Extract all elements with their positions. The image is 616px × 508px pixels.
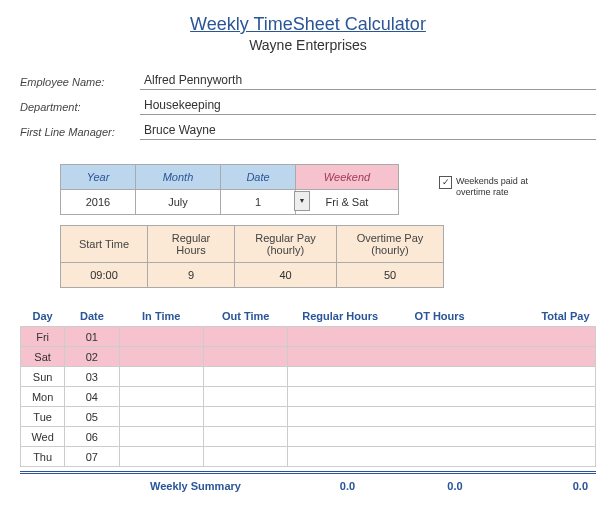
outtime-cell[interactable] <box>203 367 287 387</box>
othours-cell <box>392 407 486 427</box>
weekend-cell[interactable]: Fri & Sat <box>296 190 399 215</box>
rates-table: Start Time Regular Hours Regular Pay (ho… <box>60 225 444 288</box>
regular-hours-cell[interactable]: 9 <box>148 263 235 288</box>
week-table: Day Date In Time Out Time Regular Hours … <box>20 306 596 467</box>
reghours-cell <box>288 367 393 387</box>
totalpay-cell <box>487 327 596 347</box>
reghours-cell <box>288 407 393 427</box>
othours-cell <box>392 427 486 447</box>
department-field[interactable]: Housekeeping <box>140 96 596 115</box>
date-cell: 06 <box>65 427 119 447</box>
day-cell: Mon <box>21 387 65 407</box>
outtime-cell[interactable] <box>203 327 287 347</box>
date-cell: 01 <box>65 327 119 347</box>
weekend-header: Weekend <box>296 165 399 190</box>
reghours-cell <box>288 447 393 467</box>
day-cell: Sat <box>21 347 65 367</box>
date-cell: 07 <box>65 447 119 467</box>
date-header: Date <box>221 165 296 190</box>
table-row: Mon04 <box>21 387 596 407</box>
start-time-cell[interactable]: 09:00 <box>61 263 148 288</box>
othours-cell <box>392 347 486 367</box>
day-cell: Sun <box>21 367 65 387</box>
reghours-cell <box>288 347 393 367</box>
day-header: Day <box>21 306 65 327</box>
department-label: Department: <box>20 101 140 115</box>
manager-field[interactable]: Bruce Wayne <box>140 121 596 140</box>
weekly-summary-row: Weekly Summary 0.0 0.0 0.0 <box>20 471 596 492</box>
employee-name-label: Employee Name: <box>20 76 140 90</box>
reghours-cell <box>288 427 393 447</box>
outtime-cell[interactable] <box>203 407 287 427</box>
totalpay-cell <box>487 367 596 387</box>
outtime-cell[interactable] <box>203 427 287 447</box>
intime-header: In Time <box>119 306 203 327</box>
table-row: Sun03 <box>21 367 596 387</box>
manager-label: First Line Manager: <box>20 126 140 140</box>
totalpay-header: Total Pay <box>487 306 596 327</box>
reghours-cell <box>288 327 393 347</box>
wdate-header: Date <box>65 306 119 327</box>
outtime-header: Out Time <box>203 306 287 327</box>
reghours-cell <box>288 387 393 407</box>
table-row: Thu07 <box>21 447 596 467</box>
reghours-header: Regular Hours <box>288 306 393 327</box>
date-params-table: Year Month Date Weekend 2016 July 1 ▼ Fr… <box>60 164 399 215</box>
page-title: Weekly TimeSheet Calculator <box>20 14 596 35</box>
day-cell: Thu <box>21 447 65 467</box>
overtime-checkbox-label: Weekends paid at overtime rate <box>456 176 556 198</box>
date-cell: 03 <box>65 367 119 387</box>
summary-label: Weekly Summary <box>150 480 290 492</box>
summary-regular: 0.0 <box>290 480 405 492</box>
overtime-pay-header: Overtime Pay (hourly) <box>337 226 444 263</box>
company-name: Wayne Enterprises <box>20 37 596 53</box>
table-row: Sat02 <box>21 347 596 367</box>
totalpay-cell <box>487 427 596 447</box>
othours-cell <box>392 367 486 387</box>
intime-cell[interactable] <box>119 347 203 367</box>
outtime-cell[interactable] <box>203 447 287 467</box>
regular-pay-header: Regular Pay (hourly) <box>235 226 337 263</box>
regular-hours-header: Regular Hours <box>148 226 235 263</box>
intime-cell[interactable] <box>119 407 203 427</box>
totalpay-cell <box>487 407 596 427</box>
overtime-pay-cell[interactable]: 50 <box>337 263 444 288</box>
year-cell[interactable]: 2016 <box>61 190 136 215</box>
totalpay-cell <box>487 387 596 407</box>
date-cell: 05 <box>65 407 119 427</box>
day-cell: Tue <box>21 407 65 427</box>
summary-pay: 0.0 <box>505 480 596 492</box>
day-cell: Fri <box>21 327 65 347</box>
date-value: 1 <box>255 196 261 208</box>
totalpay-cell <box>487 447 596 467</box>
day-cell: Wed <box>21 427 65 447</box>
intime-cell[interactable] <box>119 447 203 467</box>
intime-cell[interactable] <box>119 327 203 347</box>
month-header: Month <box>136 165 221 190</box>
date-cell: 04 <box>65 387 119 407</box>
table-row: Fri01 <box>21 327 596 347</box>
outtime-cell[interactable] <box>203 387 287 407</box>
othours-cell <box>392 447 486 467</box>
intime-cell[interactable] <box>119 427 203 447</box>
othours-cell <box>392 327 486 347</box>
totalpay-cell <box>487 347 596 367</box>
regular-pay-cell[interactable]: 40 <box>235 263 337 288</box>
intime-cell[interactable] <box>119 387 203 407</box>
start-time-header: Start Time <box>61 226 148 263</box>
dropdown-arrow-icon[interactable]: ▼ <box>294 191 310 211</box>
table-row: Wed06 <box>21 427 596 447</box>
othours-header: OT Hours <box>392 306 486 327</box>
summary-ot: 0.0 <box>405 480 505 492</box>
employee-name-field[interactable]: Alfred Pennyworth <box>140 71 596 90</box>
month-cell[interactable]: July <box>136 190 221 215</box>
date-cell: 02 <box>65 347 119 367</box>
year-header: Year <box>61 165 136 190</box>
intime-cell[interactable] <box>119 367 203 387</box>
overtime-checkbox[interactable]: ✓ <box>439 176 452 189</box>
table-row: Tue05 <box>21 407 596 427</box>
outtime-cell[interactable] <box>203 347 287 367</box>
othours-cell <box>392 387 486 407</box>
date-cell[interactable]: 1 ▼ <box>221 190 296 215</box>
